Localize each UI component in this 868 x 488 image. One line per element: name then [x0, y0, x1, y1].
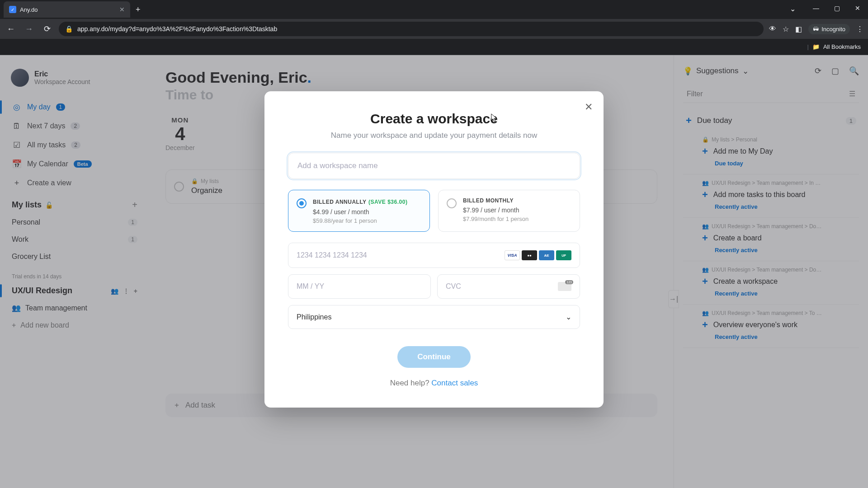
card-brands: VISA ●● AE UP [505, 250, 571, 260]
window-close-icon[interactable]: ✕ [847, 0, 868, 16]
plan-annual[interactable]: BILLED ANNUALLY (SAVE $36.00) $4.99 / us… [288, 190, 430, 232]
menu-icon[interactable]: ⋮ [856, 25, 863, 33]
mastercard-icon: ●● [522, 250, 537, 260]
tab-close-icon[interactable]: ✕ [119, 6, 125, 13]
continue-button[interactable]: Continue [397, 346, 471, 368]
modal-close-button[interactable]: ✕ [585, 101, 593, 113]
plan-label: BILLED ANNUALLY [313, 199, 367, 205]
modal-overlay: ✕ Create a workspace Name your workspace… [0, 55, 868, 488]
url-text: app.any.do/myday?d=anydo%3A%2F%2Fanydo%3… [77, 25, 277, 33]
address-bar[interactable]: 🔒 app.any.do/myday?d=anydo%3A%2F%2Fanydo… [59, 22, 764, 36]
contact-sales-link[interactable]: Contact sales [431, 379, 478, 387]
visa-icon: VISA [505, 250, 520, 260]
folder-icon: 📁 [812, 43, 820, 50]
incognito-icon: 🕶 [813, 26, 819, 33]
country-value: Philippines [297, 313, 331, 321]
expiry-input[interactable]: MM / YY [288, 274, 431, 299]
plan-monthly[interactable]: BILLED MONTHLY $7.99 / user / month $7.9… [438, 190, 580, 232]
workspace-name-input[interactable] [288, 153, 580, 179]
help-row: Need help? Contact sales [288, 379, 580, 388]
window-minimize-icon[interactable]: ― [806, 0, 826, 16]
nav-reload-icon[interactable]: ⟳ [41, 24, 53, 34]
plan-price: $7.99 / user / month [463, 206, 528, 214]
radio-selected[interactable] [297, 198, 307, 208]
bookmarks-separator: | [807, 43, 809, 50]
favicon: ✓ [9, 6, 16, 13]
plan-total: $7.99/month for 1 person [463, 216, 528, 222]
all-bookmarks-button[interactable]: All Bookmarks [823, 43, 861, 50]
tab-title: Any.do [20, 6, 116, 13]
new-tab-button[interactable]: + [136, 5, 141, 14]
help-prefix: Need help? [390, 379, 432, 387]
window-maximize-icon[interactable]: ▢ [826, 0, 847, 16]
eye-off-icon[interactable]: 👁 [769, 25, 776, 33]
incognito-label: Incognito [821, 26, 845, 33]
amex-icon: AE [539, 250, 554, 260]
card-number-input[interactable]: 1234 1234 1234 1234 VISA ●● AE UP [288, 243, 580, 268]
extensions-icon[interactable]: ◧ [795, 25, 802, 33]
star-icon[interactable]: ☆ [783, 25, 789, 33]
cvc-hint-icon [558, 282, 571, 291]
lock-icon: 🔒 [65, 25, 73, 33]
plan-label: BILLED MONTHLY [463, 197, 528, 204]
country-select[interactable]: Philippines ⌄ [288, 305, 580, 329]
plan-save: (SAVE $36.00) [368, 199, 407, 205]
cvc-placeholder: CVC [446, 282, 461, 291]
nav-forward-icon[interactable]: → [23, 24, 35, 34]
browser-tab[interactable]: ✓ Any.do ✕ [4, 1, 130, 18]
chevron-down-icon: ⌄ [566, 313, 571, 321]
radio-unselected[interactable] [447, 198, 457, 208]
expiry-placeholder: MM / YY [297, 282, 324, 291]
cvc-input[interactable]: CVC [437, 274, 580, 299]
modal-subtitle: Name your workspace and update your paym… [288, 131, 580, 140]
incognito-badge[interactable]: 🕶 Incognito [808, 24, 850, 34]
plan-total: $59.88/year for 1 person [313, 217, 407, 224]
plan-price: $4.99 / user / month [313, 208, 407, 216]
card-placeholder: 1234 1234 1234 1234 [297, 251, 367, 259]
tabs-dropdown-icon[interactable]: ⌄ [790, 5, 796, 13]
modal-title: Create a workspace [288, 111, 580, 127]
create-workspace-modal: ✕ Create a workspace Name your workspace… [264, 91, 604, 408]
nav-back-icon[interactable]: ← [5, 24, 17, 34]
unionpay-icon: UP [556, 250, 571, 260]
